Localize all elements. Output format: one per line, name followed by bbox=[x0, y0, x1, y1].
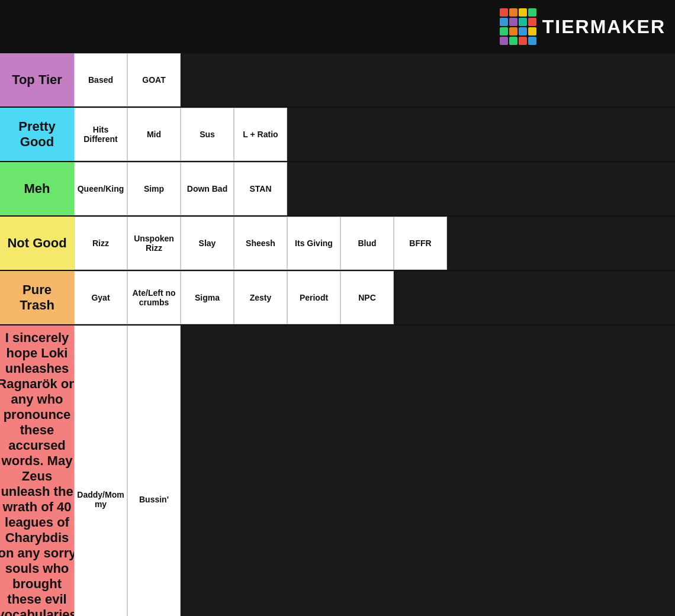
tier-item: BFFR bbox=[394, 217, 447, 270]
tier-item: STAN bbox=[234, 162, 287, 215]
tier-item: Down Bad bbox=[181, 162, 234, 215]
tier-items-top: BasedGOAT bbox=[74, 53, 675, 107]
tier-row-pretty-good: Pretty GoodHits DifferentMidSusL + Ratio bbox=[0, 108, 675, 162]
tier-item: Periodt bbox=[287, 271, 340, 324]
tier-empty-pretty-good bbox=[287, 108, 675, 161]
tier-row-worst: I sincerely hope Loki unleashes Ragnarök… bbox=[0, 325, 675, 616]
logo-cell-13 bbox=[509, 37, 518, 45]
logo-cell-11 bbox=[528, 27, 536, 36]
tier-items-worst: Daddy/MommyBussin' bbox=[74, 325, 675, 616]
tier-item: NPC bbox=[340, 271, 394, 324]
logo-cell-12 bbox=[500, 37, 508, 45]
logo-text: TiERMAKER bbox=[542, 16, 666, 38]
logo-cell-4 bbox=[500, 18, 508, 26]
logo-cell-3 bbox=[528, 8, 536, 17]
tier-label-not-good: Not Good bbox=[0, 217, 74, 270]
logo-cell-15 bbox=[528, 37, 536, 45]
logo-cell-1 bbox=[509, 8, 518, 17]
tier-item: Its Giving bbox=[287, 217, 340, 270]
tier-item: L + Ratio bbox=[234, 108, 287, 161]
tier-item: Unspoken Rizz bbox=[127, 217, 181, 270]
tier-item: Zesty bbox=[234, 271, 287, 324]
header: TiERMAKER bbox=[0, 0, 675, 53]
tier-label-pretty-good: Pretty Good bbox=[0, 108, 74, 161]
tier-item: Gyat bbox=[74, 271, 127, 324]
tier-label-top: Top Tier bbox=[0, 53, 74, 107]
tier-empty-worst bbox=[181, 325, 675, 616]
tier-label-meh: Meh bbox=[0, 162, 74, 215]
logo-cell-6 bbox=[519, 18, 527, 26]
tier-item: Simp bbox=[127, 162, 181, 215]
tiermaker-logo: TiERMAKER bbox=[500, 8, 666, 45]
tier-list: Top TierBasedGOATPretty GoodHits Differe… bbox=[0, 53, 675, 616]
logo-cell-14 bbox=[519, 37, 527, 45]
tier-item: Queen/King bbox=[74, 162, 127, 215]
tier-item: Bussin' bbox=[127, 325, 181, 616]
logo-cell-10 bbox=[519, 27, 527, 36]
tier-row-meh: MehQueen/KingSimpDown BadSTAN bbox=[0, 162, 675, 217]
tier-item: Blud bbox=[340, 217, 394, 270]
logo-cell-5 bbox=[509, 18, 518, 26]
tier-label-worst: I sincerely hope Loki unleashes Ragnarök… bbox=[0, 325, 74, 616]
logo-cell-2 bbox=[519, 8, 527, 17]
tier-item: Sheesh bbox=[234, 217, 287, 270]
tier-item: Slay bbox=[181, 217, 234, 270]
tier-empty-top bbox=[181, 53, 675, 107]
tier-items-pretty-good: Hits DifferentMidSusL + Ratio bbox=[74, 108, 675, 161]
logo-cell-8 bbox=[500, 27, 508, 36]
tier-item: Ate/Left no crumbs bbox=[127, 271, 181, 324]
tier-item: Based bbox=[74, 53, 127, 107]
tier-item: Hits Different bbox=[74, 108, 127, 161]
tier-empty-not-good bbox=[447, 217, 675, 270]
tier-row-not-good: Not GoodRizzUnspoken RizzSlaySheeshIts G… bbox=[0, 217, 675, 271]
logo-grid bbox=[500, 8, 536, 45]
logo-cell-9 bbox=[509, 27, 518, 36]
tier-items-not-good: RizzUnspoken RizzSlaySheeshIts GivingBlu… bbox=[74, 217, 675, 270]
tier-items-meh: Queen/KingSimpDown BadSTAN bbox=[74, 162, 675, 215]
tier-item: Sus bbox=[181, 108, 234, 161]
tier-item: GOAT bbox=[127, 53, 181, 107]
tier-item: Rizz bbox=[74, 217, 127, 270]
tier-item: Sigma bbox=[181, 271, 234, 324]
tier-item: Daddy/Mommy bbox=[74, 325, 127, 616]
tier-row-top: Top TierBasedGOAT bbox=[0, 53, 675, 108]
tier-label-pure-trash: Pure Trash bbox=[0, 271, 74, 324]
logo-cell-7 bbox=[528, 18, 536, 26]
tier-item: Mid bbox=[127, 108, 181, 161]
logo-cell-0 bbox=[500, 8, 508, 17]
tier-empty-pure-trash bbox=[394, 271, 675, 324]
tier-row-pure-trash: Pure TrashGyatAte/Left no crumbsSigmaZes… bbox=[0, 271, 675, 325]
tier-empty-meh bbox=[287, 162, 675, 215]
tier-items-pure-trash: GyatAte/Left no crumbsSigmaZestyPeriodtN… bbox=[74, 271, 675, 324]
